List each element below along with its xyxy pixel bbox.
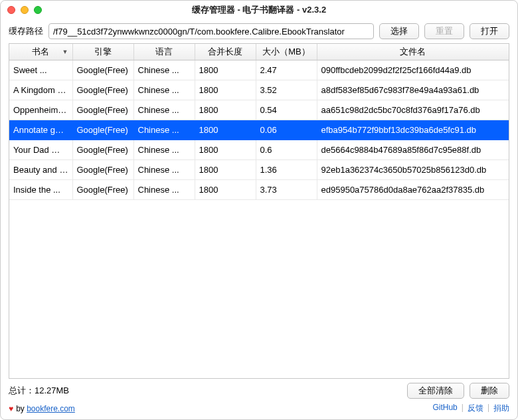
cell-engine: Google(Free) <box>72 180 133 200</box>
select-button[interactable]: 选择 <box>379 23 419 39</box>
cell-file: efba954b772f9bbf13dc39ba6de5fc91.db <box>317 120 509 140</box>
cell-merge: 1800 <box>195 160 256 180</box>
table-row[interactable]: Sweet ...Google(Free)Chinese ...18002.47… <box>9 60 509 80</box>
table-row[interactable]: Annotate gameGoogle(Free)Chinese ...1800… <box>9 120 509 140</box>
cache-table: 书名▼ 引擎 语言 合并长度 大小（MB） 文件名 Sweet ...Googl… <box>9 43 509 379</box>
col-lang[interactable]: 语言 <box>133 44 195 60</box>
table-row[interactable]: Oppenheimer...Google(Free)Chinese ...180… <box>9 100 509 120</box>
table-row[interactable]: Inside the ...Google(Free)Chinese ...180… <box>9 180 509 200</box>
table-row[interactable]: Beauty and t...Google(Free)Chinese ...18… <box>9 160 509 180</box>
cell-size: 0.6 <box>256 140 317 160</box>
sort-indicator-icon: ▼ <box>62 49 68 55</box>
close-icon[interactable] <box>7 6 15 14</box>
cell-merge: 1800 <box>195 140 256 160</box>
cell-engine: Google(Free) <box>72 80 133 100</box>
total-size: 总计：12.27MB <box>9 385 402 397</box>
cell-engine: Google(Free) <box>72 60 133 80</box>
cell-lang: Chinese ... <box>133 140 195 160</box>
site-link[interactable]: bookfere.com <box>27 404 75 413</box>
heart-icon: ♥ <box>9 404 13 413</box>
col-size[interactable]: 大小（MB） <box>256 44 317 60</box>
cell-lang: Chinese ... <box>133 100 195 120</box>
cell-merge: 1800 <box>195 60 256 80</box>
by-text: by <box>16 404 25 413</box>
cell-engine: Google(Free) <box>72 140 133 160</box>
cell-merge: 1800 <box>195 80 256 100</box>
cell-file: a8df583ef85d67c983f78e49a4a93a61.db <box>317 80 509 100</box>
cell-book: Sweet ... <box>9 60 72 80</box>
window-controls <box>7 6 42 14</box>
cell-lang: Chinese ... <box>133 160 195 180</box>
feedback-link[interactable]: 反馈 <box>468 403 483 414</box>
cell-file: 090ffbcdeb2099d2f2f25cf166fd44a9.db <box>317 60 509 80</box>
github-link[interactable]: GitHub <box>432 403 457 414</box>
cell-file: ed95950a75786d0da8ae762aa2f37835.db <box>317 180 509 200</box>
cell-size: 3.52 <box>256 80 317 100</box>
cell-merge: 1800 <box>195 180 256 200</box>
table-header: 书名▼ 引擎 语言 合并长度 大小（MB） 文件名 <box>9 44 509 60</box>
clear-all-button[interactable]: 全部清除 <box>407 383 464 399</box>
cell-size: 0.54 <box>256 100 317 120</box>
cell-size: 0.06 <box>256 120 317 140</box>
path-row: 缓存路径 选择 重置 打开 <box>1 19 517 43</box>
cell-merge: 1800 <box>195 100 256 120</box>
table-body[interactable]: Sweet ...Google(Free)Chinese ...18002.47… <box>9 60 509 379</box>
cell-engine: Google(Free) <box>72 160 133 180</box>
minimize-icon[interactable] <box>21 6 29 14</box>
cell-file: de5664c9884b47689a85f86d7c95e88f.db <box>317 140 509 160</box>
cache-path-input[interactable] <box>48 23 374 39</box>
col-book[interactable]: 书名▼ <box>9 44 72 60</box>
reset-button[interactable]: 重置 <box>424 23 464 39</box>
cell-file: aa651c98d2dc5bc70c8fd376a9f17a76.db <box>317 100 509 120</box>
cell-lang: Chinese ... <box>133 120 195 140</box>
cell-size: 3.73 <box>256 180 317 200</box>
cell-engine: Google(Free) <box>72 100 133 120</box>
credits-row: ♥ by bookfere.com GitHub| 反馈| 捐助 <box>1 401 517 419</box>
cell-lang: Chinese ... <box>133 80 195 100</box>
cell-book: Inside the ... <box>9 180 72 200</box>
col-file[interactable]: 文件名 <box>317 44 509 60</box>
donate-link[interactable]: 捐助 <box>493 403 509 414</box>
cell-engine: Google(Free) <box>72 120 133 140</box>
cell-book: Your Dad Will... <box>9 140 72 160</box>
footer-row: 总计：12.27MB 全部清除 删除 <box>1 379 517 401</box>
cell-file: 92eb1a362374c3650b57025b856123d0.db <box>317 160 509 180</box>
col-merge[interactable]: 合并长度 <box>195 44 256 60</box>
cell-book: Annotate game <box>9 120 72 140</box>
window-title: 缓存管理器 - 电子书翻译器 - v2.3.2 <box>7 4 511 16</box>
cell-book: Beauty and t... <box>9 160 72 180</box>
delete-button[interactable]: 删除 <box>470 383 509 399</box>
open-button[interactable]: 打开 <box>470 23 509 39</box>
cell-size: 1.36 <box>256 160 317 180</box>
cache-path-label: 缓存路径 <box>9 25 43 37</box>
cell-book: Oppenheimer... <box>9 100 72 120</box>
cell-lang: Chinese ... <box>133 60 195 80</box>
cell-book: A Kingdom of... <box>9 80 72 100</box>
maximize-icon[interactable] <box>34 6 42 14</box>
cell-merge: 1800 <box>195 120 256 140</box>
table-row[interactable]: A Kingdom of...Google(Free)Chinese ...18… <box>9 80 509 100</box>
titlebar: 缓存管理器 - 电子书翻译器 - v2.3.2 <box>1 1 517 19</box>
cell-size: 2.47 <box>256 60 317 80</box>
col-engine[interactable]: 引擎 <box>72 44 133 60</box>
table-row[interactable]: Your Dad Will...Google(Free)Chinese ...1… <box>9 140 509 160</box>
cell-lang: Chinese ... <box>133 180 195 200</box>
